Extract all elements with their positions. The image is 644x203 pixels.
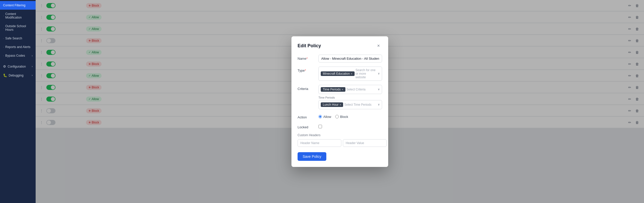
sidebar-item-configuration[interactable]: ⚙ Configuration › [0, 62, 36, 71]
type-label: Type* [298, 67, 315, 72]
modal-footer: Save Policy [298, 152, 382, 161]
sidebar-label-safe-search: Safe Search [5, 37, 22, 40]
locked-checkbox-wrapper [318, 123, 382, 129]
main-content: ⋮ ⊗Block ✏ 🗑 ⋮ ✓Allow ✏ 🗑 ⋮ ✓Allow ✏ 🗑 [36, 0, 644, 203]
name-field-row: Name* [298, 55, 382, 63]
name-input[interactable] [318, 55, 382, 63]
action-block-radio[interactable] [335, 115, 339, 118]
sidebar-label-content-filtering: Content Filtering [3, 4, 25, 7]
criteria-placeholder: Select Criteria [346, 88, 377, 91]
name-label: Name* [298, 55, 315, 60]
chevron-down-icon-criteria: ∨ [378, 88, 380, 91]
sidebar-label-reports-and-alerts: Reports and Alerts [5, 45, 31, 49]
chevron-down-icon: ∨ [378, 72, 380, 75]
locked-field-row: Locked [298, 123, 382, 129]
locked-label: Locked [298, 123, 315, 129]
modal-overlay[interactable]: Edit Policy × Name* Type* [36, 0, 644, 203]
type-input-wrapper[interactable]: Minecraft Education × Search for one or … [318, 67, 382, 81]
chevron-down-icon-time: ∨ [378, 103, 380, 106]
time-periods-placeholder: Select Time Periods [344, 103, 377, 106]
sidebar-label-configuration: Configuration [8, 65, 26, 68]
action-radio-group: Allow Block [318, 113, 382, 119]
criteria-label: Criteria [298, 85, 315, 91]
sidebar-item-safe-search[interactable]: · Safe Search [0, 34, 36, 43]
modal-title: Edit Policy [298, 43, 321, 49]
criteria-field-row: Criteria Time Periods × Select Criteria … [298, 85, 382, 109]
custom-headers-label: Custom Headers [298, 133, 382, 137]
criteria-tag: Time Periods × [321, 87, 345, 92]
sidebar: Content Filtering · Content Modification… [0, 0, 36, 203]
time-periods-section: Time Periods Lunch Hour × Select Time Pe… [318, 96, 382, 109]
sidebar-label-debugging: Debugging [9, 74, 23, 77]
chevron-right-icon-debug: › [32, 74, 33, 77]
custom-headers-section: Custom Headers + [298, 133, 382, 147]
sidebar-item-reports-and-alerts[interactable]: · Reports and Alerts [0, 43, 36, 51]
sidebar-item-content-modification[interactable]: · Content Modification [0, 10, 36, 22]
sidebar-item-debugging[interactable]: 🐛 Debugging › [0, 71, 36, 80]
action-label: Action [298, 113, 315, 119]
time-periods-tag: Lunch Hour × [321, 102, 343, 107]
name-input-wrapper [318, 55, 382, 63]
close-button[interactable]: × [375, 42, 382, 50]
sidebar-label-outside-school-hours: Outside School Hours [5, 24, 33, 32]
chevron-right-icon: › [32, 54, 33, 57]
header-name-input[interactable] [298, 139, 341, 147]
sidebar-label-content-modification: Content Modification [5, 12, 33, 19]
header-value-input[interactable] [343, 139, 387, 147]
criteria-input-wrapper: Time Periods × Select Criteria ∨ Time Pe… [318, 85, 382, 109]
time-periods-sub-label: Time Periods [318, 96, 382, 99]
type-tag-remove[interactable]: × [351, 72, 352, 75]
sidebar-item-content-filtering[interactable]: Content Filtering [0, 1, 36, 10]
criteria-tag-remove[interactable]: × [342, 88, 343, 91]
action-block-label[interactable]: Block [335, 115, 348, 119]
time-periods-tag-remove[interactable]: × [340, 103, 341, 106]
save-policy-button[interactable]: Save Policy [298, 152, 326, 161]
edit-policy-modal: Edit Policy × Name* Type* [291, 36, 388, 167]
sidebar-item-outside-school-hours[interactable]: · Outside School Hours [0, 22, 36, 34]
sidebar-label-bypass-codes: Bypass Codes [5, 54, 25, 57]
action-field-row: Action Allow Block [298, 113, 382, 119]
sidebar-item-bypass-codes[interactable]: · Bypass Codes › [0, 51, 36, 60]
criteria-tag-input[interactable]: Time Periods × Select Criteria ∨ [318, 85, 382, 94]
chevron-right-icon-config: › [32, 65, 33, 68]
action-allow-radio[interactable] [318, 115, 322, 118]
action-input-wrapper: Allow Block [318, 113, 382, 119]
type-field-row: Type* Minecraft Education × Search for o… [298, 67, 382, 81]
modal-header: Edit Policy × [298, 42, 382, 50]
locked-checkbox[interactable] [318, 125, 322, 128]
type-search-placeholder: Search for one or more website [356, 68, 377, 79]
type-tag-input[interactable]: Minecraft Education × Search for one or … [318, 67, 382, 81]
action-allow-label[interactable]: Allow [318, 115, 331, 119]
header-inputs-row: + [298, 139, 382, 147]
type-tag: Minecraft Education × [321, 71, 355, 76]
time-periods-tag-input[interactable]: Lunch Hour × Select Time Periods ∨ [318, 100, 382, 109]
